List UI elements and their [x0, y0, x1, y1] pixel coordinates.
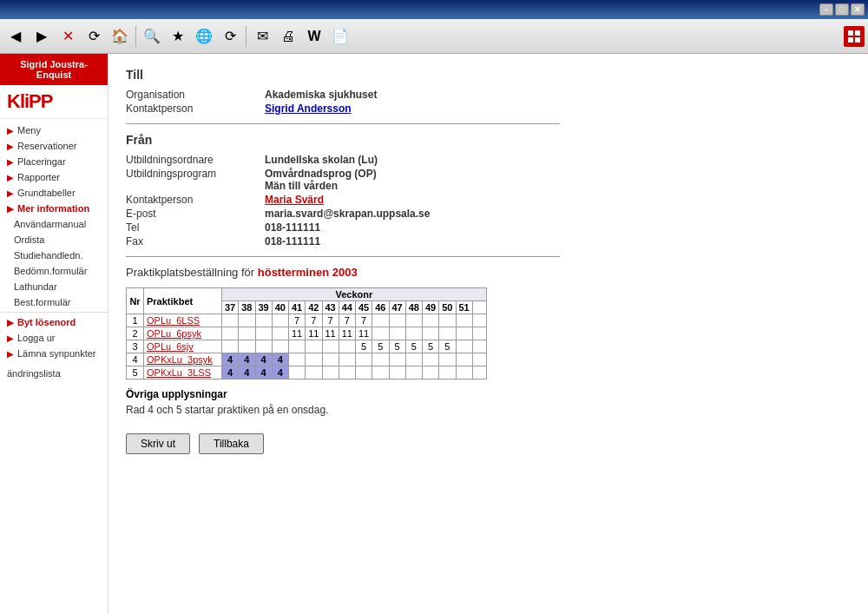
- row-praktikbet[interactable]: OPKxLu_3psyk: [144, 353, 222, 366]
- row-praktikbet[interactable]: OPLu_6LSS: [144, 314, 222, 327]
- sidebar-item-lämna-synpunkter[interactable]: ▶ Lämna synpunkter: [0, 346, 108, 361]
- cell: 4: [239, 353, 255, 366]
- main-layout: Sigrid Joustra-Enquist KliPP ▶ Meny ▶ Re…: [0, 54, 868, 614]
- arrow-icon: ▶: [7, 318, 14, 327]
- close-button[interactable]: ✕: [851, 3, 865, 16]
- refresh-button[interactable]: ⟳: [82, 24, 106, 49]
- cell: 4: [239, 366, 255, 380]
- sidebar-label-rapporter: Rapporter: [17, 172, 60, 182]
- sidebar-item-bedömn-formulär[interactable]: Bedömn.formulär: [0, 263, 108, 279]
- forward-nav-button[interactable]: ▶: [30, 24, 54, 49]
- sidebar-item-logga-ur[interactable]: ▶ Logga ur: [0, 330, 108, 346]
- cell: [405, 366, 422, 380]
- titlebar-controls: − □ ✕: [819, 3, 865, 16]
- mail-button[interactable]: ✉: [250, 24, 274, 49]
- row-nr: 4: [127, 353, 144, 366]
- sidebar-item-anvandarmanual[interactable]: Användarmanual: [0, 216, 108, 232]
- col-39: 39: [255, 301, 272, 314]
- epost-label: E-post: [126, 208, 265, 220]
- sep1: [135, 26, 136, 47]
- row-praktikbet[interactable]: OPLu_6sjv: [144, 340, 222, 353]
- home-button[interactable]: 🏠: [108, 24, 132, 49]
- cell: [472, 366, 486, 380]
- sidebar-item-best-formulär[interactable]: Best.formulär: [0, 294, 108, 310]
- cell: 4: [255, 353, 272, 366]
- till-info: Organisation Akademiska sjukhuset Kontak…: [126, 89, 851, 115]
- sidebar-item-studiehandledn[interactable]: Studiehandledn.: [0, 248, 108, 263]
- cell: [222, 327, 239, 340]
- cell: [372, 327, 389, 340]
- cell: [439, 353, 456, 366]
- refresh2-button[interactable]: ⟳: [218, 24, 242, 49]
- sidebar-item-lathundar[interactable]: Lathundar: [0, 279, 108, 294]
- search-button[interactable]: 🔍: [140, 24, 164, 49]
- col-praktikbet: Praktikbet: [144, 288, 222, 314]
- stop-button[interactable]: ✕: [56, 24, 80, 49]
- favorites-button[interactable]: ★: [166, 24, 190, 49]
- sidebar-bottom: ändringslista: [0, 365, 108, 382]
- word-button[interactable]: W: [302, 24, 326, 49]
- fax-label: Fax: [126, 235, 265, 248]
- cell: [255, 327, 272, 340]
- utbildningsprogram-v2: Män till vården: [265, 180, 338, 192]
- sidebar-item-byt-lösenord[interactable]: ▶ Byt lösenord: [0, 314, 108, 330]
- doc-button[interactable]: 📄: [328, 24, 352, 49]
- cell: 5: [405, 340, 422, 353]
- cell: [423, 327, 439, 340]
- sidebar-item-meny[interactable]: ▶ Meny: [0, 122, 108, 138]
- cell: 7: [322, 314, 339, 327]
- cell: [356, 353, 372, 366]
- table-row: 1OPLu_6LSS77777: [127, 314, 487, 327]
- booking-title-prefix: Praktikplatsbeställning för: [126, 266, 258, 279]
- kontaktperson-till-value[interactable]: Sigrid Andersson: [265, 102, 352, 115]
- table-row: 4OPKxLu_3psyk4444: [127, 353, 487, 366]
- epost-row: E-post maria.svard@skrapan.uppsala.se: [126, 208, 851, 220]
- sidebar-item-rapporter[interactable]: ▶ Rapporter: [0, 169, 108, 185]
- print-toolbar-button[interactable]: 🖨: [276, 24, 300, 49]
- sep2: [246, 26, 247, 47]
- minimize-button[interactable]: −: [819, 3, 833, 16]
- cell: 5: [389, 340, 405, 353]
- cell: [322, 366, 339, 380]
- cell: [472, 340, 486, 353]
- print-button[interactable]: Skriv ut: [126, 433, 190, 454]
- kontaktperson-fran-value[interactable]: Maria Svärd: [265, 194, 324, 206]
- cell: 11: [339, 327, 355, 340]
- sidebar-item-placeringar[interactable]: ▶ Placeringar: [0, 154, 108, 169]
- cell: [456, 366, 472, 380]
- maximize-button[interactable]: □: [835, 3, 849, 16]
- cell: [405, 353, 422, 366]
- sidebar-label-bedömn: Bedömn.formulär: [14, 266, 87, 276]
- extra-info-text: Rad 4 och 5 startar praktiken på en onsd…: [126, 404, 851, 416]
- fax-row: Fax 018-111111: [126, 235, 851, 248]
- sidebar-item-mer-information[interactable]: ▶ Mer information: [0, 201, 108, 216]
- cell: [423, 314, 439, 327]
- cell: [372, 353, 389, 366]
- back-nav-button[interactable]: ◀: [3, 24, 28, 49]
- col-37: 37: [222, 301, 239, 314]
- cell: 7: [289, 314, 306, 327]
- epost-value: maria.svard@skrapan.uppsala.se: [265, 208, 430, 220]
- cell: [306, 340, 322, 353]
- col-44: 44: [339, 301, 355, 314]
- cell: [472, 314, 486, 327]
- cell: [389, 314, 405, 327]
- cell: [289, 340, 306, 353]
- back-button[interactable]: Tillbaka: [199, 433, 264, 454]
- web-button[interactable]: 🌐: [192, 24, 216, 49]
- row-praktikbet[interactable]: OPLu_6psyk: [144, 327, 222, 340]
- cell: [222, 314, 239, 327]
- cell: [289, 353, 306, 366]
- cell: [339, 366, 355, 380]
- sidebar-user: Sigrid Joustra-Enquist: [0, 54, 108, 85]
- sidebar-item-ordista[interactable]: Ordista: [0, 232, 108, 248]
- cell: [372, 314, 389, 327]
- sidebar-item-grundtabeller[interactable]: ▶ Grundtabeller: [0, 185, 108, 201]
- cell: [239, 327, 255, 340]
- sidebar-item-reservationer[interactable]: ▶ Reservationer: [0, 138, 108, 154]
- arrow-icon: ▶: [7, 126, 14, 135]
- organisation-value: Akademiska sjukhuset: [265, 89, 377, 101]
- cell: [389, 327, 405, 340]
- row-praktikbet[interactable]: OPKxLu_3LSS: [144, 366, 222, 380]
- sidebar-divider: [0, 312, 108, 313]
